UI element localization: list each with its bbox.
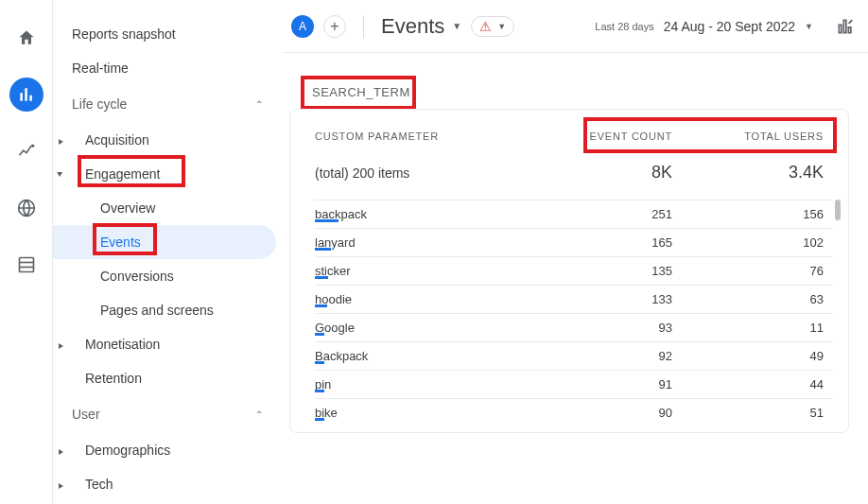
table-row[interactable]: bike9051 [315,398,833,426]
sidebar-item-pages-screens[interactable]: Pages and screens [53,293,284,327]
sidebar-item-engagement[interactable]: ▸ Engagement [53,157,276,191]
row-total-users: 156 [672,207,824,221]
table-row[interactable]: lanyard165102 [315,228,833,256]
sidebar-section-user[interactable]: User ⌃ [53,395,284,433]
table-row[interactable]: sticker13576 [315,256,833,285]
scrollbar-thumb[interactable] [835,200,841,220]
row-label: sticker [315,264,530,278]
home-icon[interactable] [9,21,43,55]
date-range-prefix: Last 28 days [595,21,653,32]
row-label: bike [315,406,530,420]
chevron-down-icon: ▼ [805,22,813,31]
report-selector-label: Events [381,14,444,39]
sidebar-item-label: Tech [85,477,113,492]
chevron-right-icon: ▸ [59,478,63,490]
sidebar-item-retention[interactable]: Retention [53,361,284,395]
row-total-users: 102 [672,235,824,250]
spark-bar [315,304,327,307]
sidebar-item-monetisation[interactable]: ▸ Monetisation [53,327,284,361]
sidebar-item-label: Events [100,235,141,250]
chevron-right-icon: ▸ [59,133,63,146]
column-header-total-users: TOTAL USERS [672,130,824,142]
row-total-users: 51 [672,406,824,420]
sidebar-item-label: Engagement [85,166,160,182]
date-range-value: 24 Aug - 20 Sept 2022 [664,19,795,34]
row-label: backpack [315,207,530,221]
sidebar-item-conversions[interactable]: Conversions [53,259,284,293]
table-row[interactable]: Google9311 [315,313,833,341]
report-selector[interactable]: Events ▼ [381,14,461,39]
explore-icon[interactable] [9,134,43,168]
column-header-parameter: CUSTOM PARAMETER [315,130,530,142]
sidebar-item-reports-snapshot[interactable]: Reports snapshot [53,17,284,51]
content: SEARCH_TERM CUSTOM PARAMETER EVENT COUNT… [284,53,868,443]
row-event-count: 91 [530,377,672,391]
table-header: CUSTOM PARAMETER EVENT COUNT TOTAL USERS [290,110,848,163]
row-event-count: 165 [530,235,672,250]
sidebar-section-label: User [72,407,100,422]
row-event-count: 133 [530,292,672,306]
sidebar-item-overview[interactable]: Overview [53,191,284,225]
sidebar-item-label: Acquisition [85,132,149,148]
topbar: A + Events ▼ ⚠ ▼ Last 28 days 24 Aug - 2… [284,0,868,53]
row-label: Backpack [315,349,530,363]
row-total-users: 76 [672,264,824,278]
data-quality-pill[interactable]: ⚠ ▼ [471,16,514,37]
warning-icon: ⚠ [479,19,492,34]
totals-users: 3.4K [672,163,824,182]
row-total-users: 63 [672,292,824,306]
row-label: hoodie [315,292,530,306]
chevron-down-icon: ▼ [497,22,506,31]
spark-bar [315,361,324,364]
totals-row: (total) 200 items 8K 3.4K [290,163,848,200]
sidebar-item-tech[interactable]: ▸ Tech [53,467,284,501]
table-row[interactable]: Backpack9249 [315,341,833,370]
row-event-count: 92 [530,349,672,363]
chevron-right-icon: ▸ [59,443,63,456]
column-header-event-count: EVENT COUNT [530,130,672,142]
advertising-icon[interactable] [9,191,43,225]
sidebar-item-realtime[interactable]: Real-time [53,51,284,85]
date-range-picker[interactable]: Last 28 days 24 Aug - 20 Sept 2022 ▼ [595,19,813,34]
table-row[interactable]: hoodie13363 [315,285,833,313]
data-card: CUSTOM PARAMETER EVENT COUNT TOTAL USERS… [289,109,849,433]
main-area: A + Events ▼ ⚠ ▼ Last 28 days 24 Aug - 2… [284,0,868,504]
row-event-count: 90 [530,406,672,420]
reports-icon[interactable] [9,78,43,112]
spark-bar [315,219,339,222]
sidebar-item-acquisition[interactable]: ▸ Acquisition [53,123,284,157]
chevron-up-icon: ⌃ [255,99,263,110]
sidebar-section-label: Life cycle [72,96,127,112]
sidebar: Reports snapshot Real-time Life cycle ⌃ … [53,0,284,504]
row-event-count: 93 [530,321,672,335]
chevron-down-icon: ▼ [452,21,461,31]
totals-label: (total) 200 items [315,165,530,181]
sidebar-item-label: Demographics [85,443,170,458]
configure-icon[interactable] [9,248,43,282]
svg-point-0 [31,145,34,148]
sidebar-item-demographics[interactable]: ▸ Demographics [53,433,284,467]
spark-bar [315,390,324,392]
row-label: lanyard [315,235,530,250]
divider [363,15,364,38]
totals-count: 8K [530,163,672,182]
row-event-count: 135 [530,264,672,278]
add-comparison-button[interactable]: + [323,15,346,38]
table-row[interactable]: pin9144 [315,370,833,398]
svg-rect-1 [19,258,33,272]
row-event-count: 251 [530,207,672,221]
sidebar-item-events[interactable]: Events [53,225,276,259]
spark-bar [315,248,331,251]
icon-rail [0,0,53,504]
table-row[interactable]: backpack251156 [315,200,833,228]
chevron-up-icon: ⌃ [255,409,263,420]
row-label: Google [315,321,530,335]
customize-report-icon[interactable] [836,17,855,36]
sidebar-section-lifecycle[interactable]: Life cycle ⌃ [53,85,284,123]
row-label: pin [315,377,530,391]
parameter-title: SEARCH_TERM [312,85,410,99]
spark-bar [315,276,328,279]
row-total-users: 49 [672,349,824,363]
account-avatar[interactable]: A [291,15,314,38]
table-body: backpack251156lanyard165102sticker13576h… [290,200,848,432]
